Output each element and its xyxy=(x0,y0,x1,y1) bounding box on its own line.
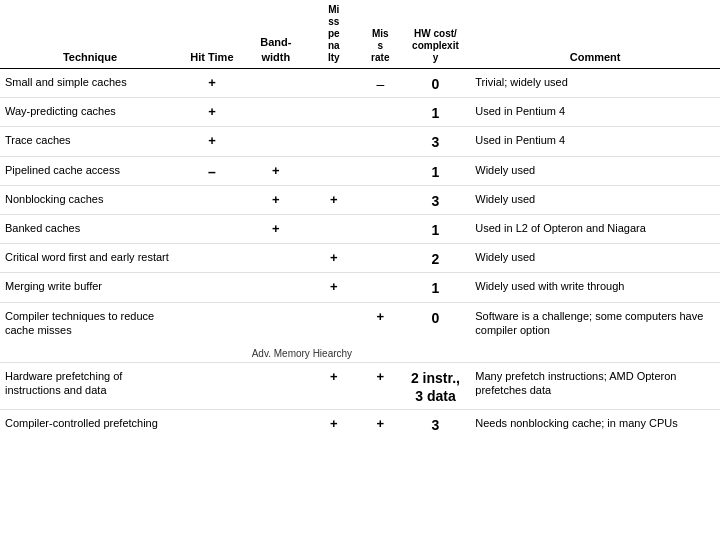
header-comment: Comment xyxy=(470,0,720,69)
technique-cell: Compiler techniques to reduce cache miss… xyxy=(0,302,180,343)
bandwidth-cell: + xyxy=(244,214,308,243)
bandwidth-cell xyxy=(244,69,308,98)
comment-cell: Widely used xyxy=(470,185,720,214)
hw-cost-cell: 1 xyxy=(401,156,471,185)
table-row: Merging write buffer+1Widely used with w… xyxy=(0,273,720,302)
header-bandwidth: Band-width xyxy=(244,0,308,69)
bandwidth-cell xyxy=(244,244,308,273)
table-row: Banked caches+1Used in L2 of Opteron and… xyxy=(0,214,720,243)
table-row: Critical word first and early restart+2W… xyxy=(0,244,720,273)
comment-cell: Widely used xyxy=(470,156,720,185)
miss-penalty-cell xyxy=(308,214,360,243)
header-miss-rate: Missrate xyxy=(360,0,401,69)
technique-cell: Merging write buffer xyxy=(0,273,180,302)
table-row: Nonblocking caches++3Widely used xyxy=(0,185,720,214)
technique-cell: Hardware prefetching of instructions and… xyxy=(0,363,180,410)
bandwidth-cell xyxy=(244,273,308,302)
bandwidth-cell: + xyxy=(244,185,308,214)
hw-cost-cell: 1 xyxy=(401,98,471,127)
hw-cost-cell: 3 xyxy=(401,410,471,439)
comment-cell: Used in L2 of Opteron and Niagara xyxy=(470,214,720,243)
miss-rate-cell xyxy=(360,214,401,243)
hw-cost-cell: 0 xyxy=(401,69,471,98)
hit-time-cell: + xyxy=(180,69,244,98)
adv-memory-label: Adv. Memory Hiearchy xyxy=(244,343,360,363)
bandwidth-cell xyxy=(244,302,308,343)
hit-time-cell xyxy=(180,214,244,243)
miss-rate-cell: – xyxy=(360,69,401,98)
table-row: Compiler-controlled prefetching++3Needs … xyxy=(0,410,720,439)
table-row: Small and simple caches+–0Trivial; widel… xyxy=(0,69,720,98)
table-row: Compiler techniques to reduce cache miss… xyxy=(0,302,720,343)
table-row: Trace caches+3Used in Pentium 4 xyxy=(0,127,720,156)
header-hit-time: Hit Time xyxy=(180,0,244,69)
hit-time-cell xyxy=(180,410,244,439)
hw-cost-cell: 3 xyxy=(401,127,471,156)
miss-rate-cell xyxy=(360,185,401,214)
hit-time-cell xyxy=(180,302,244,343)
table-header: Technique Hit Time Band-width Misspenalt… xyxy=(0,0,720,69)
technique-cell: Way-predicting caches xyxy=(0,98,180,127)
hit-time-cell: – xyxy=(180,156,244,185)
miss-penalty-cell xyxy=(308,156,360,185)
miss-penalty-cell: + xyxy=(308,244,360,273)
hit-time-cell xyxy=(180,185,244,214)
miss-rate-cell xyxy=(360,98,401,127)
comment-cell: Needs nonblocking cache; in many CPUs xyxy=(470,410,720,439)
miss-penalty-cell: + xyxy=(308,410,360,439)
miss-rate-cell xyxy=(360,156,401,185)
hit-time-cell xyxy=(180,363,244,410)
miss-penalty-cell: + xyxy=(308,185,360,214)
miss-rate-cell xyxy=(360,127,401,156)
comment-cell: Trivial; widely used xyxy=(470,69,720,98)
hw-cost-cell: 0 xyxy=(401,302,471,343)
miss-penalty-cell: + xyxy=(308,363,360,410)
adv-memory-row: Adv. Memory Hiearchy xyxy=(0,343,720,363)
miss-penalty-cell: + xyxy=(308,273,360,302)
header-hw-cost: HW cost/complexity xyxy=(401,0,471,69)
miss-penalty-cell xyxy=(308,98,360,127)
hit-time-cell xyxy=(180,273,244,302)
header-miss-penalty: Misspenalty xyxy=(308,0,360,69)
bandwidth-cell xyxy=(244,363,308,410)
technique-cell: Nonblocking caches xyxy=(0,185,180,214)
miss-penalty-cell xyxy=(308,69,360,98)
comment-cell: Widely used with write through xyxy=(470,273,720,302)
miss-penalty-cell xyxy=(308,302,360,343)
miss-rate-cell: + xyxy=(360,363,401,410)
technique-cell: Pipelined cache access xyxy=(0,156,180,185)
miss-rate-cell: + xyxy=(360,410,401,439)
hw-cost-cell: 1 xyxy=(401,273,471,302)
bandwidth-cell xyxy=(244,410,308,439)
comment-cell: Used in Pentium 4 xyxy=(470,127,720,156)
comment-cell: Used in Pentium 4 xyxy=(470,98,720,127)
table-row: Way-predicting caches+1Used in Pentium 4 xyxy=(0,98,720,127)
hit-time-cell: + xyxy=(180,127,244,156)
hit-time-cell xyxy=(180,244,244,273)
miss-penalty-cell xyxy=(308,127,360,156)
miss-rate-cell xyxy=(360,273,401,302)
technique-cell: Trace caches xyxy=(0,127,180,156)
miss-rate-cell: + xyxy=(360,302,401,343)
bandwidth-cell xyxy=(244,127,308,156)
hw-cost-cell: 2 xyxy=(401,244,471,273)
comment-cell: Software is a challenge; some computers … xyxy=(470,302,720,343)
hit-time-cell: + xyxy=(180,98,244,127)
table-row: Pipelined cache access–+1Widely used xyxy=(0,156,720,185)
hw-cost-cell: 1 xyxy=(401,214,471,243)
comment-cell: Widely used xyxy=(470,244,720,273)
technique-cell: Small and simple caches xyxy=(0,69,180,98)
miss-rate-cell xyxy=(360,244,401,273)
bandwidth-cell xyxy=(244,98,308,127)
header-technique: Technique xyxy=(0,0,180,69)
technique-cell: Banked caches xyxy=(0,214,180,243)
table-row: Hardware prefetching of instructions and… xyxy=(0,363,720,410)
bandwidth-cell: + xyxy=(244,156,308,185)
comment-cell: Many prefetch instructions; AMD Opteron … xyxy=(470,363,720,410)
technique-cell: Critical word first and early restart xyxy=(0,244,180,273)
hw-cost-cell: 3 xyxy=(401,185,471,214)
hw-cost-cell: 2 instr., 3 data xyxy=(401,363,471,410)
technique-cell: Compiler-controlled prefetching xyxy=(0,410,180,439)
